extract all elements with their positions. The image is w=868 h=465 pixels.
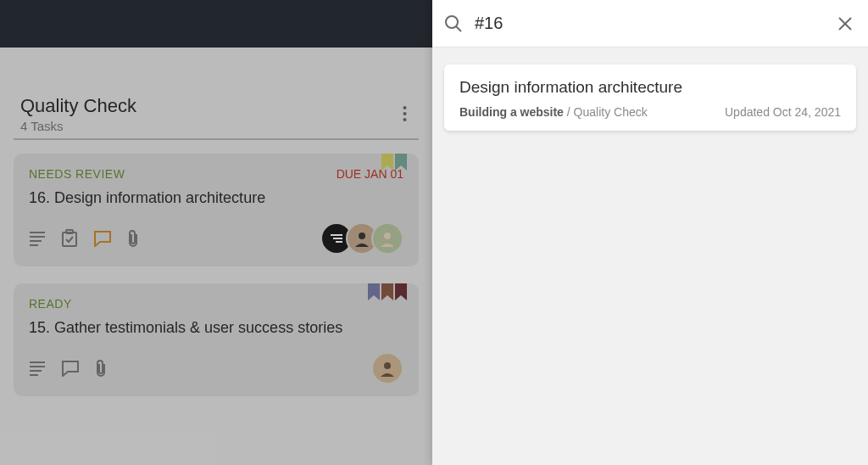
svg-point-10: [359, 232, 365, 239]
svg-point-0: [403, 106, 407, 109]
search-icon: [444, 14, 463, 33]
comment-icon: [61, 360, 80, 377]
search-panel: Design information architecture Building…: [432, 0, 868, 465]
column-menu-button[interactable]: [396, 102, 414, 126]
search-input[interactable]: [475, 14, 834, 33]
assignee-avatars: [378, 352, 403, 384]
bookmarks: [368, 283, 407, 300]
avatar[interactable]: [371, 352, 403, 384]
result-path: Building a website / Quality Check: [459, 105, 648, 119]
svg-point-18: [384, 362, 391, 369]
search-results: Design information architecture Building…: [432, 48, 868, 148]
task-title: 15. Gather testimonials & user success s…: [29, 319, 403, 337]
column-title: Quality Check: [20, 95, 412, 117]
bookmark-icon: [395, 283, 407, 300]
more-vert-icon: [403, 105, 407, 122]
description-icon: [29, 361, 46, 376]
avatar[interactable]: [371, 222, 403, 255]
checklist-icon: [61, 229, 78, 248]
attachment-icon: [127, 229, 139, 248]
svg-rect-7: [63, 232, 76, 246]
search-bar: [432, 0, 868, 48]
svg-point-19: [446, 16, 458, 28]
column-task-count: 4 Tasks: [20, 119, 412, 133]
bookmark-icon: [395, 154, 407, 171]
status-badge: READY: [29, 297, 72, 311]
assignee-avatars: [327, 222, 403, 255]
svg-point-1: [403, 112, 407, 115]
close-icon: [837, 16, 853, 31]
svg-point-2: [403, 118, 407, 121]
status-badge: NEEDS REVIEW: [29, 167, 125, 181]
svg-line-20: [456, 26, 461, 31]
task-title: 16. Design information architecture: [29, 189, 403, 207]
svg-point-9: [384, 232, 391, 239]
task-card[interactable]: NEEDS REVIEW DUE JAN 01 16. Design infor…: [14, 154, 419, 266]
board-column: Quality Check 4 Tasks NEEDS REVIEW DUE J…: [0, 48, 432, 396]
search-result-item[interactable]: Design information architecture Building…: [444, 64, 856, 131]
column-header: Quality Check 4 Tasks: [14, 95, 419, 140]
description-icon: [29, 231, 46, 246]
comment-icon: [93, 230, 112, 247]
task-card[interactable]: READY 15. Gather testimonials & user suc…: [14, 283, 419, 396]
result-title: Design information architecture: [459, 78, 841, 97]
bookmark-icon: [368, 283, 380, 300]
attachment-icon: [95, 359, 107, 378]
bookmark-icon: [381, 283, 393, 300]
bookmarks: [381, 154, 407, 171]
close-button[interactable]: [834, 13, 856, 35]
bookmark-icon: [381, 154, 393, 171]
result-updated: Updated Oct 24, 2021: [725, 105, 841, 119]
